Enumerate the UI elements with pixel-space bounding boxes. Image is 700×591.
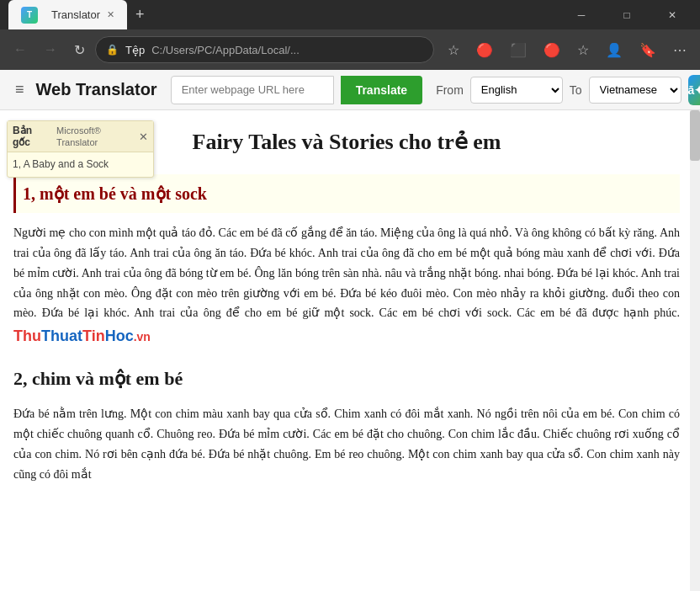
bookmark-star-button[interactable]: ☆	[441, 37, 466, 63]
active-tab[interactable]: T Translator ✕	[8, 0, 127, 29]
tab-icon: T	[21, 7, 38, 24]
translation-content-text: 1, A Baby and a Sock	[13, 158, 109, 170]
scrollbar-thumb[interactable]	[690, 110, 700, 161]
new-tab-button[interactable]: +	[127, 6, 153, 24]
watermark: ThuThuatTinHoc.vn	[13, 327, 151, 344]
watermark-thuat: Thuat	[41, 327, 82, 344]
app-logo: ā✦	[688, 75, 700, 105]
close-button[interactable]: ✕	[653, 0, 692, 29]
to-language-select[interactable]: Vietnamese English French Spanish	[589, 77, 681, 104]
translation-original-label: Bản gốc	[13, 125, 50, 148]
translator-label: Translator	[56, 137, 98, 147]
minimize-button[interactable]: ─	[562, 0, 601, 29]
shield-icon-button[interactable]: 🔴	[469, 37, 500, 63]
app-title: Web Translator	[36, 80, 157, 99]
article-paragraph-2: Đứa bé nằm trên lưng. Một con chim màu x…	[13, 404, 680, 484]
translation-box-header: Bản gốc Microsoft® Translator ✕	[8, 121, 153, 152]
nav-icons: ☆ 🔴 ⬛ 🔴 ☆ 👤 🔖 ⋯	[441, 37, 693, 63]
more-button[interactable]: ⋯	[666, 37, 693, 63]
lock-icon: 🔒	[106, 44, 119, 56]
section2-heading: 2, chim và một em bé	[13, 363, 680, 394]
address-path: C:/Users/PC/AppData/Local/...	[151, 44, 300, 56]
watermark-vn: .vn	[134, 330, 151, 343]
address-site: Tệp	[125, 44, 145, 56]
translate-button[interactable]: Translate	[341, 76, 422, 104]
collections-button[interactable]: 🔖	[633, 37, 663, 63]
section1-heading: 1, một em bé và một sock	[13, 174, 680, 213]
menu-button[interactable]: ≡	[10, 77, 29, 102]
to-label: To	[570, 83, 582, 97]
cast-icon-button[interactable]: ⬛	[503, 37, 533, 63]
back-button[interactable]: ←	[7, 37, 34, 62]
url-input[interactable]	[171, 76, 334, 104]
watermark-thu: Thu	[13, 327, 41, 344]
translation-header-left: Bản gốc Microsoft® Translator	[13, 125, 139, 148]
profile-button[interactable]: 👤	[599, 37, 629, 63]
translation-box: Bản gốc Microsoft® Translator ✕ 1, A Bab…	[7, 120, 154, 178]
flame-icon-button[interactable]: 🔴	[537, 37, 567, 63]
navigation-bar: ← → ↻ 🔒 Tệp C:/Users/PC/AppData/Local/..…	[0, 29, 700, 70]
tab-close-button[interactable]: ✕	[107, 9, 114, 20]
window-controls: ─ □ ✕	[562, 0, 692, 29]
title-bar: T Translator ✕ + ─ □ ✕	[0, 0, 700, 29]
para1-text: Người mẹ cho con mình một quả táo đỏ. Cá…	[13, 226, 680, 319]
watermark-hoc: Hoc	[105, 327, 134, 344]
address-bar[interactable]: 🔒 Tệp C:/Users/PC/AppData/Local/...	[95, 36, 434, 63]
microsoft-label: Microsoft®	[56, 125, 101, 136]
content-area: Bản gốc Microsoft® Translator ✕ 1, A Bab…	[0, 110, 700, 591]
from-language-select[interactable]: English Vietnamese French Spanish	[470, 77, 563, 104]
article-content[interactable]: Fairy Tales và Stories cho trẻ em 1, một…	[0, 110, 700, 591]
refresh-button[interactable]: ↻	[67, 37, 92, 63]
watermark-tin: Tin	[82, 327, 105, 344]
translation-box-close[interactable]: ✕	[139, 130, 148, 143]
article-paragraph-1: Người mẹ cho con mình một quả táo đỏ. Cá…	[13, 223, 680, 349]
scrollbar[interactable]	[690, 110, 700, 591]
forward-button[interactable]: →	[37, 37, 64, 62]
tab-label: Translator	[51, 8, 100, 21]
maximize-button[interactable]: □	[607, 0, 646, 29]
translation-provider: Microsoft® Translator	[56, 125, 139, 148]
favorites-icon-button[interactable]: ☆	[570, 37, 596, 63]
from-label: From	[436, 83, 464, 97]
app-toolbar: ≡ Web Translator Translate From English …	[0, 70, 700, 110]
translation-box-content: 1, A Baby and a Sock	[8, 152, 153, 177]
